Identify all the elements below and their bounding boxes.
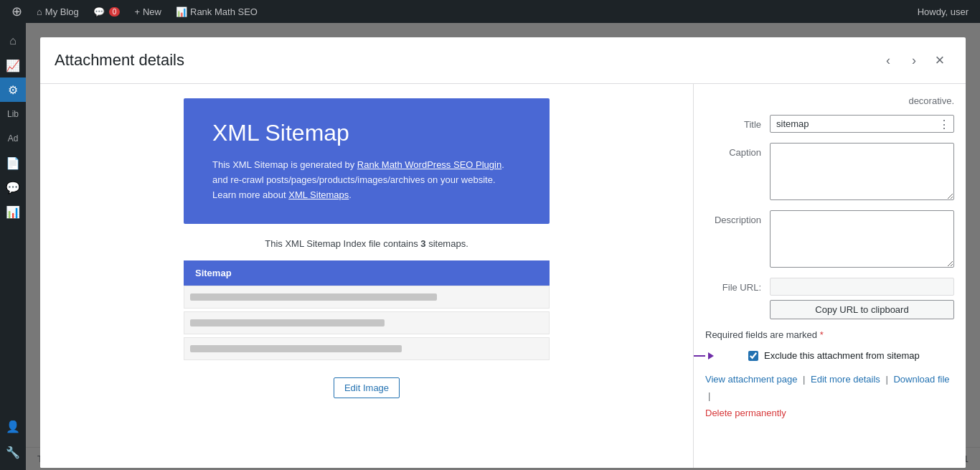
sidebar-item-tools[interactable]: 🔧	[0, 440, 26, 464]
sitemap-image-body: This XML Sitemap is generated by Rank Ma…	[212, 158, 521, 202]
required-star: *	[820, 329, 824, 340]
caption-field-row: Caption	[705, 143, 954, 200]
table-row	[184, 337, 550, 360]
comment-count: 0	[109, 7, 121, 17]
separator-2: |	[882, 374, 893, 385]
attachment-modal: Attachment details ‹ › × XML Sitemap Thi…	[40, 37, 966, 468]
admin-bar-new[interactable]: + New	[128, 0, 167, 23]
sidebar-item-dashboard[interactable]: ⌂	[0, 29, 26, 53]
separator-1: |	[800, 374, 811, 385]
comment-icon: 💬	[93, 6, 105, 17]
sidebar-item-analytics[interactable]: 📈	[0, 53, 26, 77]
download-file-link[interactable]: Download file	[893, 374, 949, 385]
wp-logo[interactable]: ⊕	[6, 0, 28, 23]
edit-image-area: Edit Image	[334, 377, 400, 398]
exclude-sitemap-label[interactable]: Exclude this attachment from sitemap	[764, 350, 920, 361]
table-row	[184, 286, 550, 309]
next-attachment-button[interactable]: ›	[903, 49, 925, 72]
placeholder-bar-2	[190, 319, 385, 326]
modal-navigation: ‹ › ×	[877, 49, 951, 72]
sidebar-item-ads[interactable]: Ad	[0, 126, 26, 151]
howdy-text: Howdy, user	[912, 6, 974, 17]
sidebar-item-comments[interactable]: 💬	[0, 175, 26, 199]
admin-bar: ⊕ ⌂ My Blog 💬 0 + New 📊 Rank Math SEO Ho…	[0, 0, 980, 23]
sitemap-table: Sitemap	[184, 260, 550, 363]
edit-image-button[interactable]: Edit Image	[334, 377, 400, 398]
title-input-wrapper: ⋮	[770, 115, 954, 133]
attachment-preview-panel: XML Sitemap This XML Sitemap is generate…	[40, 84, 693, 468]
modal-overlay: Attachment details ‹ › × XML Sitemap Thi…	[26, 23, 980, 470]
arrow-indicator	[693, 352, 714, 359]
admin-sidebar: ⌂ 📈 ⚙ Lib Ad 📄 💬 📊 👤 🔧	[0, 23, 26, 470]
file-url-header: File URL:	[705, 278, 954, 296]
prev-attachment-button[interactable]: ‹	[877, 49, 900, 72]
details-panel: decorative. Title ⋮ Caption Descripti	[693, 84, 966, 468]
title-edit-icon[interactable]: ⋮	[938, 117, 950, 131]
sidebar-item-stats[interactable]: 📊	[0, 199, 26, 224]
sidebar-item-users[interactable]: 👤	[0, 414, 26, 438]
attachment-links: View attachment page | Edit more details…	[705, 371, 954, 421]
description-field-row: Description	[705, 210, 954, 268]
caption-label: Caption	[705, 143, 770, 158]
plus-icon: +	[134, 6, 140, 17]
caption-input[interactable]	[770, 143, 954, 200]
rank-math-link[interactable]: Rank Math WordPress SEO Plugin	[357, 159, 501, 170]
table-row	[184, 311, 550, 334]
admin-bar-comments[interactable]: 💬 0	[88, 0, 126, 23]
exclude-sitemap-checkbox[interactable]	[748, 351, 758, 361]
table-header: Sitemap	[184, 260, 550, 286]
sitemap-preview-image: XML Sitemap This XML Sitemap is generate…	[184, 98, 550, 224]
modal-title: Attachment details	[55, 51, 184, 70]
arrow-head	[708, 352, 714, 359]
sidebar-item-settings[interactable]: ⚙	[0, 77, 26, 102]
rankmath-icon: 📊	[176, 6, 187, 17]
admin-bar-rankmath[interactable]: 📊 Rank Math SEO	[170, 0, 263, 23]
modal-body: XML Sitemap This XML Sitemap is generate…	[40, 84, 966, 468]
delete-permanently-link[interactable]: Delete permanently	[705, 408, 786, 418]
required-note: Required fields are marked *	[705, 329, 954, 340]
sitemap-image-title: XML Sitemap	[212, 120, 521, 146]
copy-url-button[interactable]: Copy URL to clipboard	[770, 300, 954, 319]
close-modal-button[interactable]: ×	[928, 49, 951, 72]
edit-more-details-link[interactable]: Edit more details	[811, 374, 880, 385]
file-url-label: File URL:	[705, 278, 770, 293]
decorative-note: decorative.	[705, 95, 954, 106]
placeholder-bar-3	[190, 345, 402, 352]
view-attachment-page-link[interactable]: View attachment page	[705, 374, 797, 385]
home-icon: ⌂	[37, 6, 42, 17]
xml-sitemaps-link[interactable]: XML Sitemaps	[288, 189, 349, 200]
placeholder-bar-1	[190, 293, 437, 301]
description-input[interactable]	[770, 210, 954, 268]
modal-header: Attachment details ‹ › ×	[40, 37, 966, 84]
separator-3: |	[705, 390, 713, 401]
arrow-line	[693, 355, 705, 357]
sidebar-item-pages[interactable]: 📄	[0, 151, 26, 175]
title-input[interactable]	[770, 115, 954, 133]
file-url-row: File URL: Copy URL to clipboard	[705, 278, 954, 319]
exclude-checkbox-row: Exclude this attachment from sitemap	[705, 350, 954, 361]
file-info-text: This XML Sitemap Index file contains 3 s…	[265, 238, 468, 249]
file-url-input[interactable]	[770, 278, 954, 296]
title-label: Title	[705, 115, 770, 130]
title-field-row: Title ⋮	[705, 115, 954, 133]
description-label: Description	[705, 210, 770, 225]
sidebar-item-library[interactable]: Lib	[0, 102, 26, 126]
admin-bar-myblog[interactable]: ⌂ My Blog	[31, 0, 85, 23]
